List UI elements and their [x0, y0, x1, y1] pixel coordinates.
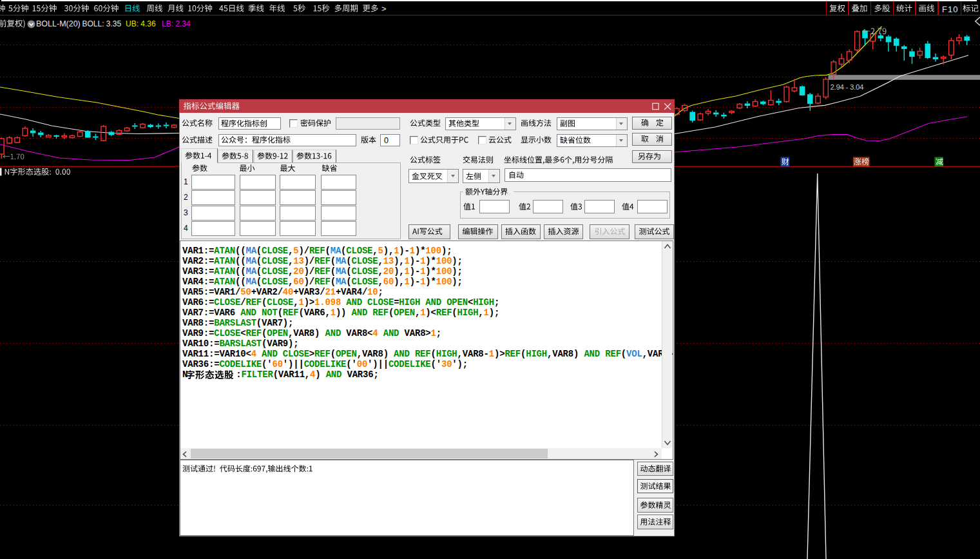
svg-text:BOLL-M(20): BOLL-M(20)	[36, 19, 81, 28]
svg-text:>: >	[381, 4, 387, 14]
svg-text:LB: 2.34: LB: 2.34	[162, 19, 191, 28]
svg-text:F10: F10	[942, 5, 958, 14]
svg-text:UB: 4.36: UB: 4.36	[126, 19, 156, 28]
svg-text:BOLL: 3.35: BOLL: 3.35	[82, 19, 122, 28]
svg-text:2.94 - 3.04: 2.94 - 3.04	[831, 83, 865, 91]
